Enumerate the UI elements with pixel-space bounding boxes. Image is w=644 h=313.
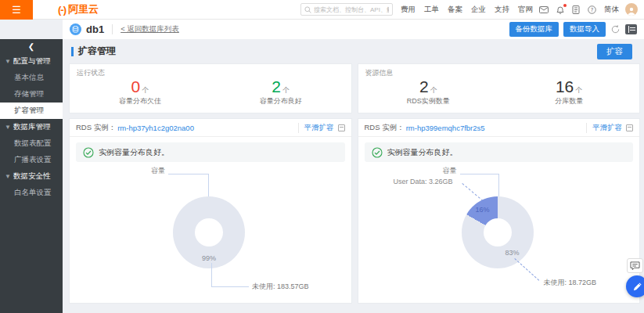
stat-rds-count: 2个 RDS实例数量 bbox=[358, 77, 499, 106]
stat-shard-count: 16个 分库数量 bbox=[498, 77, 639, 106]
page-title-row: 扩容管理 扩容 bbox=[63, 39, 644, 63]
search-input[interactable] bbox=[314, 6, 389, 13]
sidebar-item-scale-out[interactable]: 扩容管理 bbox=[0, 103, 63, 119]
sidebar-group-database[interactable]: ▼数据库管理 bbox=[0, 119, 63, 135]
instance-header: RDS 实例： rm-hp37yh1c2g02na00 平滑扩容 bbox=[70, 119, 351, 137]
slice-callout-label: User Data: 3.26GB bbox=[394, 178, 453, 185]
stats-row: 运行状态 0个 容量分布欠佳 2个 容量分布良好 资源信息 2个 bbox=[63, 63, 644, 113]
data-import-button[interactable]: 数据导入 bbox=[563, 22, 606, 37]
capacity-donut-chart: 容量 99% 未使用: 183.57GB bbox=[70, 163, 351, 296]
instance-header: RDS 实例： rm-hp399emqhc7fbr2s5 平滑扩容 bbox=[358, 119, 640, 137]
database-name: db1 bbox=[86, 23, 104, 35]
rds-instance-card-1: RDS 实例： rm-hp37yh1c2g02na00 平滑扩容 实例容量分布良… bbox=[69, 118, 352, 304]
sidebar-item-table-config[interactable]: 数据表配置 bbox=[0, 135, 63, 152]
database-header-actions: 备份数据库 数据导入 bbox=[509, 22, 638, 37]
sidebar-group-config[interactable]: ▼配置与管理 bbox=[0, 53, 63, 70]
instance-label: RDS 实例： bbox=[365, 123, 405, 133]
sidebar-group-security[interactable]: ▼数据安全性 bbox=[0, 168, 63, 185]
notification-dot bbox=[563, 4, 567, 7]
resource-info-panel: 资源信息 2个 RDS实例数量 16个 分库数量 bbox=[358, 63, 641, 113]
help-icon[interactable]: ? bbox=[588, 5, 596, 14]
page-title: 扩容管理 bbox=[78, 45, 116, 58]
notice-icon[interactable] bbox=[572, 5, 580, 14]
instances-row: RDS 实例： rm-hp37yh1c2g02na00 平滑扩容 实例容量分布良… bbox=[63, 113, 644, 304]
rds-instance-card-2: RDS 实例： rm-hp399emqhc7fbr2s5 平滑扩容 实例容量分布… bbox=[358, 118, 641, 304]
donut-ring bbox=[462, 196, 534, 268]
user-avatar[interactable] bbox=[625, 3, 638, 16]
check-circle-icon bbox=[372, 147, 383, 158]
sidebar-item-storage[interactable]: 存储管理 bbox=[0, 86, 63, 103]
sidebar-item-basic-info[interactable]: 基本信息 bbox=[0, 70, 63, 86]
aliyun-logo-icon: (-) bbox=[58, 4, 66, 16]
sidebar-item-whitelist[interactable]: 白名单设置 bbox=[0, 185, 63, 201]
status-banner-text: 实例容量分布良好。 bbox=[387, 147, 458, 158]
sidebar: ❮ ▼配置与管理 基本信息 存储管理 扩容管理 ▼数据库管理 数据表配置 广播表… bbox=[0, 39, 63, 313]
aliyun-logo[interactable]: (-) 阿里云 bbox=[58, 2, 99, 16]
caret-down-icon: ▼ bbox=[5, 124, 11, 131]
title-accent-bar bbox=[71, 47, 74, 56]
search-box[interactable] bbox=[300, 3, 393, 16]
nav-tickets[interactable]: 工单 bbox=[424, 5, 439, 15]
bell-icon[interactable] bbox=[556, 5, 564, 14]
database-icon bbox=[70, 23, 81, 35]
mail-icon[interactable] bbox=[539, 6, 549, 13]
status-banner: 实例容量分布良好。 bbox=[76, 142, 345, 162]
running-status-panel: 运行状态 0个 容量分布欠佳 2个 容量分布良好 bbox=[69, 63, 352, 113]
nav-billing[interactable]: 费用 bbox=[401, 5, 416, 15]
nav-icp[interactable]: 备案 bbox=[448, 5, 462, 15]
status-banner-text: 实例容量分布良好。 bbox=[99, 147, 169, 158]
caret-down-icon: ▼ bbox=[5, 173, 11, 180]
console-screen: ☰ (-) 阿里云 费用 工单 备案 企业 支持 官网 bbox=[0, 0, 644, 313]
panel-title: 资源信息 bbox=[365, 68, 394, 78]
back-to-database-list-link[interactable]: < 返回数据库列表 bbox=[112, 24, 179, 34]
status-banner: 实例容量分布良好。 bbox=[365, 142, 634, 162]
nav-support[interactable]: 支持 bbox=[495, 5, 509, 15]
panel-settings-icon[interactable] bbox=[338, 124, 345, 131]
nav-website[interactable]: 官网 bbox=[518, 5, 533, 15]
search-icon bbox=[304, 6, 311, 13]
slice-percent-label: 83% bbox=[505, 249, 520, 257]
language-switch[interactable]: 简体 bbox=[604, 5, 619, 15]
sidebar-item-broadcast-table[interactable]: 广播表设置 bbox=[0, 152, 63, 168]
svg-text:?: ? bbox=[591, 6, 594, 13]
capacity-donut-chart: 容量 User Data: 3.26GB 16% 83% 未使用: 18.72G… bbox=[358, 163, 640, 296]
slice-percent-label: 99% bbox=[202, 254, 216, 262]
instance-id-link[interactable]: rm-hp399emqhc7fbr2s5 bbox=[406, 124, 485, 132]
check-circle-icon bbox=[83, 147, 94, 158]
refresh-icon[interactable] bbox=[610, 24, 621, 34]
survey-button[interactable] bbox=[626, 275, 644, 297]
instance-id-link[interactable]: rm-hp37yh1c2g02na00 bbox=[117, 124, 194, 132]
nav-enterprise[interactable]: 企业 bbox=[471, 5, 486, 15]
slice-callout-label: 未使用: 183.57GB bbox=[252, 282, 309, 292]
smooth-scale-out-link[interactable]: 平滑扩容 bbox=[592, 123, 622, 133]
stat-capacity-poor: 0个 容量分布欠佳 bbox=[70, 77, 210, 106]
database-header: db1 < 返回数据库列表 备份数据库 数据导入 bbox=[63, 20, 644, 39]
caret-down-icon: ▼ bbox=[5, 58, 11, 65]
main-content: 扩容管理 扩容 运行状态 0个 容量分布欠佳 2个 容量分布良好 资源信 bbox=[63, 39, 644, 313]
topbar-icons: ? 简体 bbox=[539, 5, 619, 15]
smooth-scale-out-link[interactable]: 平滑扩容 bbox=[304, 123, 334, 133]
feedback-chat-button[interactable] bbox=[627, 258, 643, 273]
sidebar-collapse-icon[interactable]: ❮ bbox=[0, 39, 63, 53]
top-navigation: 费用 工单 备案 企业 支持 官网 bbox=[401, 5, 533, 15]
slice-percent-label: 16% bbox=[476, 206, 490, 214]
panel-settings-icon[interactable] bbox=[626, 124, 633, 131]
instance-label: RDS 实例： bbox=[76, 123, 116, 133]
aliyun-logo-text: 阿里云 bbox=[68, 2, 99, 16]
chart-title: 容量 bbox=[443, 166, 457, 176]
topbar: ☰ (-) 阿里云 费用 工单 备案 企业 支持 官网 bbox=[0, 0, 644, 20]
scale-out-button[interactable]: 扩容 bbox=[597, 44, 632, 59]
hamburger-menu-icon[interactable]: ☰ bbox=[0, 0, 33, 20]
backup-database-button[interactable]: 备份数据库 bbox=[509, 22, 559, 37]
panel-title: 运行状态 bbox=[77, 68, 105, 78]
slice-callout-label: 未使用: 18.72GB bbox=[544, 278, 597, 288]
layout-grid-icon[interactable] bbox=[625, 24, 637, 34]
chart-title: 容量 bbox=[151, 166, 165, 176]
stat-capacity-good: 2个 容量分布良好 bbox=[210, 77, 351, 106]
